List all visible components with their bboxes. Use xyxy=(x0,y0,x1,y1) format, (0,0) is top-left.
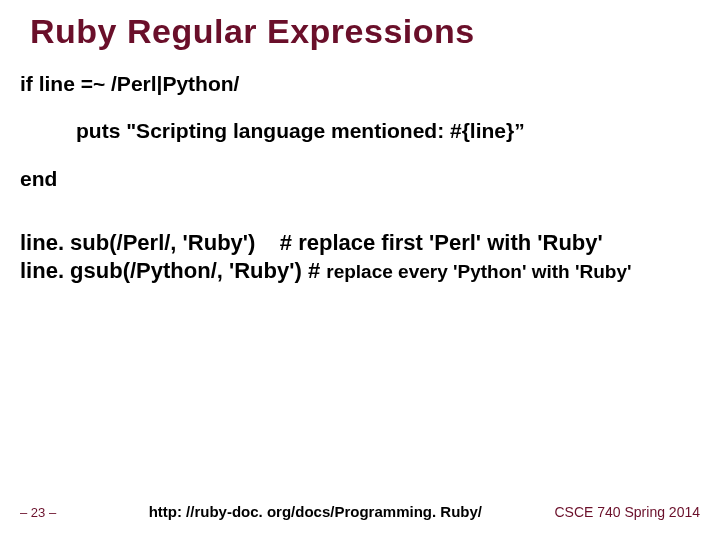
gsub-call: line. gsub(/Python/, 'Ruby') # xyxy=(20,258,326,283)
sub-line-2: line. gsub(/Python/, 'Ruby') # replace e… xyxy=(20,257,700,285)
code-line-puts: puts "Scripting language mentioned: #{li… xyxy=(20,116,700,145)
sub-line-1: line. sub(/Perl/, 'Ruby') # replace firs… xyxy=(20,229,700,257)
slide: Ruby Regular Expressions if line =~ /Per… xyxy=(0,0,720,540)
page-title: Ruby Regular Expressions xyxy=(30,12,700,51)
substitution-block: line. sub(/Perl/, 'Ruby') # replace firs… xyxy=(20,229,700,284)
footer-link: http: //ruby-doc. org/docs/Programming. … xyxy=(86,503,544,520)
course-label: CSCE 740 Spring 2014 xyxy=(554,504,700,520)
gsub-comment: replace every 'Python' with 'Ruby' xyxy=(326,261,631,282)
page-number: – 23 – xyxy=(20,505,56,520)
code-line-if: if line =~ /Perl|Python/ xyxy=(20,69,700,98)
footer: – 23 – http: //ruby-doc. org/docs/Progra… xyxy=(20,503,700,520)
code-line-end: end xyxy=(20,164,700,193)
